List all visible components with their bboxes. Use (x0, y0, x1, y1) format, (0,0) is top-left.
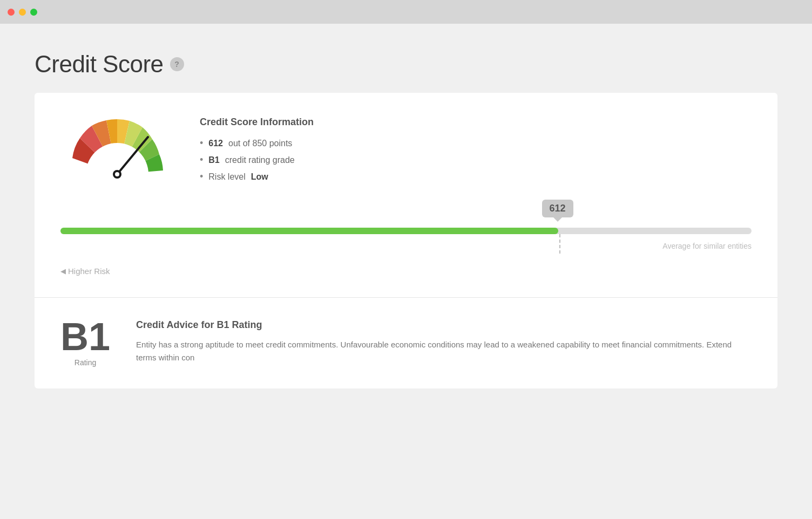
score-info-block: Credit Score Information 612 out of 850 … (200, 112, 314, 182)
progress-area: 612 Average for similar entities ◀ Highe… (60, 200, 752, 276)
risk-label: ◀ Higher Risk (60, 267, 752, 276)
minimize-button[interactable] (19, 9, 26, 16)
page-title-row: Credit Score ? (35, 51, 777, 78)
title-bar (0, 0, 812, 24)
score-value-suffix: out of 850 points (228, 139, 292, 148)
close-button[interactable] (8, 9, 15, 16)
avg-marker-container: Average for similar entities (60, 234, 752, 256)
risk-level-value: Low (251, 172, 268, 182)
progress-bar-fill (60, 228, 558, 234)
progress-bar-track (60, 228, 752, 234)
score-info-title: Credit Score Information (200, 117, 314, 128)
b1-rating-label: Rating (60, 358, 110, 367)
page-content: Credit Score ? (0, 24, 812, 519)
b1-advice-title: Credit Advice for B1 Rating (136, 319, 752, 331)
higher-risk-text: Higher Risk (68, 267, 110, 276)
gauge-needle-center-inner (115, 172, 119, 176)
rating-grade-highlight: B1 (208, 155, 219, 165)
score-tooltip: 612 (542, 200, 573, 217)
b1-info: Credit Advice for B1 Rating Entity has a… (136, 317, 752, 364)
score-info-item-1: 612 out of 850 points (200, 138, 314, 149)
b1-rating-text: B1 (60, 317, 110, 356)
page-title: Credit Score (35, 51, 164, 78)
rating-grade-suffix: credit rating grade (225, 155, 295, 165)
score-top: Credit Score Information 612 out of 850 … (60, 112, 752, 182)
score-value-highlight: 612 (208, 139, 223, 148)
b1-section: B1 Rating Credit Advice for B1 Rating En… (35, 298, 777, 388)
score-section: Credit Score Information 612 out of 850 … (35, 93, 777, 298)
score-info-item-2: B1 credit rating grade (200, 154, 314, 166)
maximize-button[interactable] (30, 9, 37, 16)
credit-score-card: Credit Score Information 612 out of 850 … (35, 93, 777, 388)
b1-badge: B1 Rating (60, 317, 110, 367)
risk-arrow-icon: ◀ (60, 267, 66, 275)
avg-label: Average for similar entities (662, 242, 752, 250)
avg-marker-line (559, 234, 560, 254)
gauge-container (60, 112, 174, 182)
gauge-svg (60, 112, 174, 182)
b1-advice-text: Entity has a strong aptitude to meet cre… (136, 338, 752, 364)
help-icon[interactable]: ? (170, 57, 184, 71)
score-info-list: 612 out of 850 points B1 credit rating g… (200, 138, 314, 182)
score-info-item-3: Risk level Low (200, 171, 314, 182)
risk-level-prefix: Risk level (208, 172, 245, 182)
